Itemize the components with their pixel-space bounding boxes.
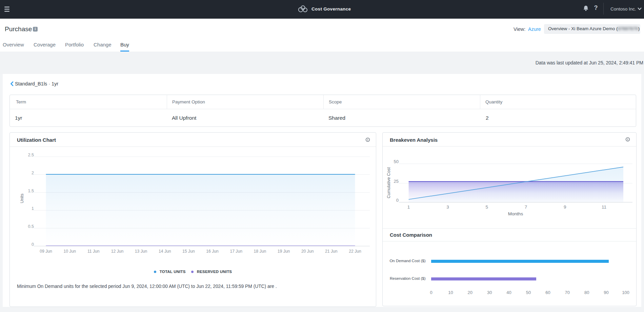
svg-text:21 Jun: 21 Jun xyxy=(325,249,338,254)
svg-text:1: 1 xyxy=(32,206,34,211)
svg-text:15 Jun: 15 Jun xyxy=(182,249,195,254)
svg-text:7: 7 xyxy=(525,204,527,210)
svg-text:19 Jun: 19 Jun xyxy=(278,249,290,254)
svg-text:1: 1 xyxy=(407,204,410,210)
svg-text:11 Jun: 11 Jun xyxy=(87,249,100,254)
svg-text:16 Jun: 16 Jun xyxy=(206,249,219,254)
svg-text:18 Jun: 18 Jun xyxy=(254,249,266,254)
svg-text:25: 25 xyxy=(394,179,399,184)
svg-text:3: 3 xyxy=(446,204,449,210)
svg-text:14 Jun: 14 Jun xyxy=(159,249,171,254)
svg-text:50: 50 xyxy=(394,159,399,164)
svg-text:12 Jun: 12 Jun xyxy=(111,249,124,254)
svg-text:9: 9 xyxy=(564,204,566,210)
svg-text:22 Jun: 22 Jun xyxy=(349,249,361,254)
svg-text:17 Jun: 17 Jun xyxy=(230,249,242,254)
svg-text:09 Jun: 09 Jun xyxy=(40,249,52,254)
svg-text:13 Jun: 13 Jun xyxy=(135,249,147,254)
svg-text:Units: Units xyxy=(20,194,24,203)
svg-text:Months: Months xyxy=(508,211,523,216)
svg-text:0.5: 0.5 xyxy=(28,224,34,229)
svg-text:10 Jun: 10 Jun xyxy=(63,249,76,254)
svg-text:20 Jun: 20 Jun xyxy=(301,249,314,254)
svg-text:0: 0 xyxy=(396,198,399,203)
svg-text:Cumulative Cost: Cumulative Cost xyxy=(386,167,391,198)
svg-text:2.5: 2.5 xyxy=(28,153,34,157)
svg-text:5: 5 xyxy=(485,204,488,210)
svg-text:2: 2 xyxy=(32,171,34,175)
svg-text:1.5: 1.5 xyxy=(28,189,34,193)
svg-text:11: 11 xyxy=(602,204,606,210)
svg-text:0: 0 xyxy=(32,242,34,247)
